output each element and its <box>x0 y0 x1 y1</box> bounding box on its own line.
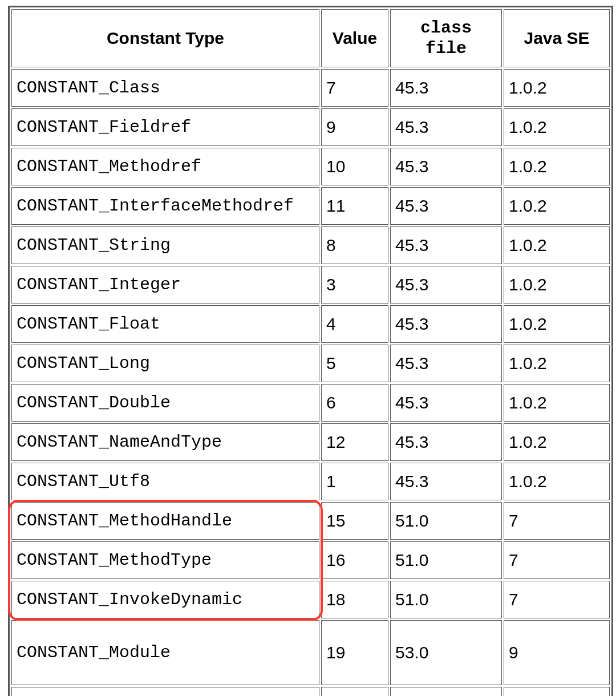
cell-java-se: 1.0.2 <box>504 148 610 185</box>
cell-value: 9 <box>321 108 388 146</box>
header-constant-type: Constant Type <box>11 9 319 67</box>
cell-java-se: 1.0.2 <box>504 226 610 264</box>
table-body: CONSTANT_Class745.31.0.2CONSTANT_Fieldre… <box>11 69 610 696</box>
cell-constant-type: CONSTANT_Double <box>11 384 319 422</box>
cell-value: 15 <box>321 502 388 540</box>
table-row: CONSTANT_Double645.31.0.2 <box>11 384 610 422</box>
cell-java-se: 1.0.2 <box>504 423 610 461</box>
cell-constant-type: CONSTANT_MethodType <box>11 541 319 579</box>
table-row: CONSTANT_MethodType1651.07 <box>11 541 610 579</box>
cell-java-se: 7 <box>504 541 610 579</box>
cell-class-file: 45.3 <box>390 423 502 461</box>
table-row: CONSTANT_NameAndType1245.31.0.2 <box>11 423 610 461</box>
cell-constant-type: CONSTANT_String <box>11 226 319 264</box>
cell-constant-type: CONSTANT_Utf8 <box>11 463 319 500</box>
cell-value: 3 <box>321 266 388 304</box>
table-row: CONSTANT_Module1953.09 <box>11 620 610 685</box>
cell-java-se: 1.0.2 <box>504 266 610 304</box>
cell-constant-type: CONSTANT_Float <box>11 305 319 343</box>
table-row: CONSTANT_Fieldref945.31.0.2 <box>11 108 610 146</box>
cell-java-se: 9 <box>504 620 610 685</box>
cell-value: 1 <box>321 463 388 500</box>
cell-constant-type: CONSTANT_InterfaceMethodref <box>11 187 319 225</box>
cell-value: 6 <box>321 384 388 422</box>
cell-constant-type: CONSTANT_InvokeDynamic <box>11 581 319 618</box>
cell-java-se: 1.0.2 <box>504 384 610 422</box>
cell-class-file: 45.3 <box>390 108 502 146</box>
table-header-row: Constant Type Value class file Java SE <box>11 9 610 67</box>
table-row: CONSTANT_Long545.31.0.2 <box>11 345 610 382</box>
table-row: CONSTANT_String845.31.0.2 <box>11 226 610 264</box>
cell-java-se: 1.0.2 <box>504 108 610 146</box>
cell-value: 16 <box>321 541 388 579</box>
cell-constant-type: CONSTANT_MethodHandle <box>11 502 319 540</box>
cell-class-file: 51.0 <box>390 502 502 540</box>
cell-value: 19 <box>321 620 388 685</box>
cell-java-se: 1.0.2 <box>504 345 610 382</box>
cell-value: 12 <box>321 423 388 461</box>
table-row: CONSTANT_InterfaceMethodref1145.31.0.2 <box>11 187 610 225</box>
cell-java-se: 1.0.2 <box>504 463 610 500</box>
cell-value: 10 <box>321 148 388 185</box>
cell-constant-type: CONSTANT_Package <box>11 687 319 696</box>
cell-value: 18 <box>321 581 388 618</box>
table-row: CONSTANT_Methodref1045.31.0.2 <box>11 148 610 185</box>
cell-class-file: 45.3 <box>390 187 502 225</box>
cell-value: 5 <box>321 345 388 382</box>
cell-class-file: 45.3 <box>390 463 502 500</box>
cell-constant-type: CONSTANT_Methodref <box>11 148 319 185</box>
table-row: CONSTANT_Float445.31.0.2 <box>11 305 610 343</box>
table-row: CONSTANT_MethodHandle1551.07 <box>11 502 610 540</box>
cell-java-se: 7 <box>504 581 610 618</box>
cell-value: 7 <box>321 69 388 107</box>
table-row: CONSTANT_Integer345.31.0.2 <box>11 266 610 304</box>
cell-class-file: 53.0 <box>390 620 502 685</box>
cell-constant-type: CONSTANT_NameAndType <box>11 423 319 461</box>
cell-constant-type: CONSTANT_Module <box>11 620 319 685</box>
table-container: Constant Type Value class file Java SE C… <box>0 0 616 696</box>
cell-class-file: 45.3 <box>390 69 502 107</box>
cell-class-file: 45.3 <box>390 345 502 382</box>
cell-value: 11 <box>321 187 388 225</box>
cell-class-file: 45.3 <box>390 384 502 422</box>
table-row: CONSTANT_Package2053.09 <box>11 687 610 696</box>
header-java-se: Java SE <box>504 9 610 67</box>
header-class-file: class file <box>390 9 502 67</box>
cell-constant-type: CONSTANT_Class <box>11 69 319 107</box>
cell-value: 4 <box>321 305 388 343</box>
cell-class-file: 51.0 <box>390 541 502 579</box>
cell-java-se: 9 <box>504 687 610 696</box>
cell-java-se: 1.0.2 <box>504 305 610 343</box>
cell-class-file: 45.3 <box>390 226 502 264</box>
cell-constant-type: CONSTANT_Fieldref <box>11 108 319 146</box>
cell-value: 8 <box>321 226 388 264</box>
header-value: Value <box>321 9 388 67</box>
cell-class-file: 53.0 <box>390 687 502 696</box>
table-row: CONSTANT_InvokeDynamic1851.07 <box>11 581 610 618</box>
cell-class-file: 45.3 <box>390 305 502 343</box>
cell-constant-type: CONSTANT_Long <box>11 345 319 382</box>
cell-java-se: 1.0.2 <box>504 187 610 225</box>
cell-value: 20 <box>321 687 388 696</box>
cell-class-file: 51.0 <box>390 581 502 618</box>
table-row: CONSTANT_Class745.31.0.2 <box>11 69 610 107</box>
cell-class-file: 45.3 <box>390 266 502 304</box>
cell-java-se: 7 <box>504 502 610 540</box>
cell-constant-type: CONSTANT_Integer <box>11 266 319 304</box>
table-row: CONSTANT_Utf8145.31.0.2 <box>11 463 610 500</box>
cell-class-file: 45.3 <box>390 148 502 185</box>
constants-table: Constant Type Value class file Java SE C… <box>8 6 613 696</box>
cell-java-se: 1.0.2 <box>504 69 610 107</box>
